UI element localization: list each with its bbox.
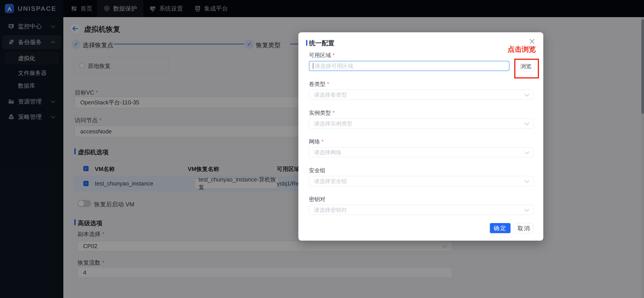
chevron-down-icon [524, 178, 529, 183]
az-label: 可用区域* [309, 52, 335, 59]
required-asterisk: * [332, 52, 335, 58]
network-label: 网络* [309, 138, 324, 145]
volume-type-select[interactable]: 请选择卷类型 [309, 90, 534, 100]
browse-highlight-annotation [514, 59, 539, 78]
chevron-down-icon [524, 121, 529, 125]
select-placeholder: 请选择网络 [314, 149, 342, 156]
close-icon[interactable] [528, 37, 536, 45]
confirm-button[interactable]: 确定 [490, 223, 510, 233]
chevron-down-icon [524, 207, 529, 212]
select-placeholder: 请选择密钥对 [314, 206, 347, 214]
keypair-label: 密钥对 [309, 196, 326, 203]
modal-title-bar [306, 40, 308, 46]
keypair-select[interactable]: 请选择密钥对 [309, 205, 534, 215]
click-browse-annotation: 点击浏览 [508, 45, 536, 54]
required-asterisk: * [322, 138, 324, 145]
select-placeholder: 请选择卷类型 [314, 91, 347, 98]
unified-config-modal: 统一配置 点击浏览 可用区域* 浏览 卷类型* 请选择卷类型 实例类型* 请选择… [298, 32, 543, 241]
text-caret [313, 63, 313, 69]
required-asterisk: * [332, 110, 335, 116]
volume-type-label: 卷类型* [309, 80, 329, 88]
required-asterisk: * [327, 81, 329, 87]
select-placeholder: 请选择实例类型 [314, 120, 352, 127]
instance-type-label: 实例类型* [309, 109, 335, 116]
network-select[interactable]: 请选择网络 [309, 147, 534, 157]
modal-title: 统一配置 [309, 39, 334, 48]
availability-zone-input[interactable] [309, 61, 510, 71]
select-placeholder: 请选择安全组 [314, 178, 347, 185]
chevron-down-icon [524, 149, 529, 154]
cancel-button[interactable]: 取消 [515, 223, 533, 234]
instance-type-select[interactable]: 请选择实例类型 [309, 118, 534, 129]
chevron-down-icon [524, 92, 529, 96]
security-group-label: 安全组 [309, 167, 326, 174]
security-group-select[interactable]: 请选择安全组 [309, 176, 534, 186]
